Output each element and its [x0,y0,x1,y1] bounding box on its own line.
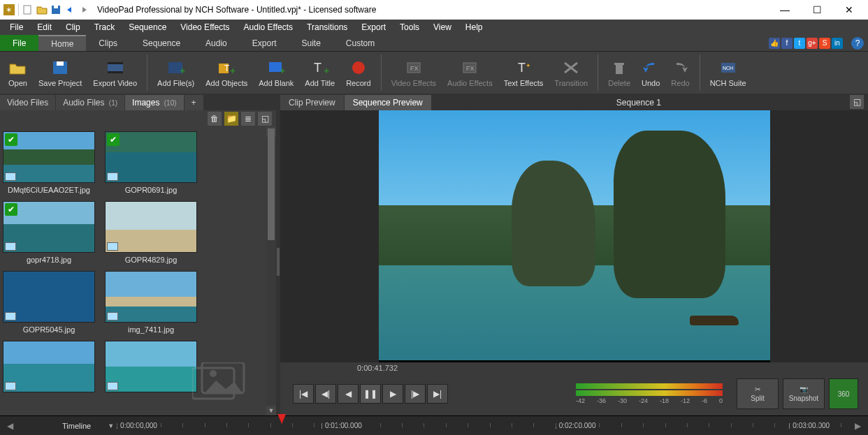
menu-item-edit[interactable]: Edit [30,20,59,35]
bin-folder-icon[interactable]: 📁 [224,112,238,126]
social-f-icon[interactable]: f [781,38,793,49]
add-objects-button[interactable]: T+Add Objects [200,53,253,92]
undo-button[interactable]: Undo [636,53,665,92]
prev-clip-button[interactable]: ◀| [315,384,336,404]
step-forward-button[interactable]: ▶ [382,384,403,404]
preview-detach-icon[interactable]: ◱ [850,95,864,109]
menu-item-view[interactable]: View [426,20,458,35]
qat-open-icon[interactable] [36,3,48,16]
window-maximize-button[interactable]: ☐ [801,0,833,20]
media-thumbnail[interactable]: ✔gopr4718.jpg [3,201,95,264]
add-blank-button[interactable]: +Add Blank [253,53,299,92]
goto-start-button[interactable]: |◀ [293,384,314,404]
media-thumbnail[interactable] [3,341,95,392]
svg-rect-6 [57,61,64,66]
preview-tab-sequence-preview[interactable]: Sequence Preview [345,95,432,110]
qat-new-icon[interactable] [22,3,34,16]
media-scrollbar[interactable]: ▲ ▼ [266,127,276,415]
menu-item-export[interactable]: Export [354,20,393,35]
next-clip-button[interactable]: |▶ [405,384,426,404]
menu-item-track[interactable]: Track [87,20,122,35]
window-close-button[interactable]: ✕ [833,0,865,20]
social-thumb-icon[interactable]: 👍 [769,38,780,49]
open-button[interactable]: Open [3,53,33,92]
playback-controls: |◀ ◀| ◀ ❚❚ ▶ |▶ ▶| -42-36-30-24-18-12-60… [280,372,868,415]
ribbon-button-label: Video Effects [391,79,436,87]
export-video-button[interactable]: Export Video [87,53,143,92]
menu-item-sequence[interactable]: Sequence [122,20,173,35]
menu-item-transitions[interactable]: Transitions [300,20,354,35]
bin-list-view-icon[interactable]: ≣ [241,112,255,126]
add-title-button[interactable]: T+Add Title [299,53,340,92]
scroll-thumb[interactable] [268,128,275,240]
social-su-icon[interactable]: S [819,38,830,49]
timeline-label: Timeline [20,422,105,430]
help-icon[interactable]: ? [851,37,864,50]
goto-end-button[interactable]: ▶| [427,384,448,404]
media-thumbnail[interactable] [105,341,197,392]
timeline-tick-label: 0:03:00.000 [789,416,830,435]
social-tw-icon[interactable]: t [794,38,805,49]
scroll-down-icon[interactable]: ▼ [266,406,276,415]
media-add-tab-button[interactable]: + [185,95,203,110]
timeline-scale[interactable]: 0:00:00,0000:01:00.0000:02:00.0000:03:00… [117,416,848,435]
qat-save-icon[interactable] [50,3,62,16]
menu-item-tools[interactable]: Tools [393,20,426,35]
ribbon-tab-sequence[interactable]: Sequence [130,35,193,51]
play-pause-button[interactable]: ❚❚ [360,384,381,404]
ribbon-tab-file[interactable]: File [0,35,38,51]
redo-button: Redo [665,53,695,92]
ribbon-tab-custom[interactable]: Custom [333,35,387,51]
preview-action-buttons: ✂Split 📷Snapshot 360 [737,378,858,409]
media-tab-images[interactable]: Images (10) [125,95,184,110]
ribbon-button-label: NCH Suite [710,79,746,87]
svg-text:T: T [518,61,526,75]
menu-item-audio-effects[interactable]: Audio Effects [237,20,301,35]
ribbon-tab-suite[interactable]: Suite [289,35,333,51]
media-thumbnail[interactable]: GOPR5045.jpg [3,271,95,334]
menu-item-video-effects[interactable]: Video Effects [173,20,236,35]
bin-delete-icon[interactable]: 🗑 [208,112,222,126]
ribbon-tab-clips[interactable]: Clips [86,35,130,51]
snapshot-button[interactable]: 📷Snapshot [783,378,825,409]
transition-icon [562,58,580,78]
svg-point-19 [352,61,365,74]
record-button[interactable]: Record [340,53,376,92]
ribbon-tab-audio[interactable]: Audio [193,35,240,51]
media-thumbnail[interactable]: ✔DMqt6CiUEAAO2ET.jpg [3,131,95,194]
media-thumbnail[interactable]: ✔GOPR0691.jpg [105,131,197,194]
media-thumbnail[interactable]: img_7411.jpg [105,271,197,334]
text-effects-button[interactable]: T✦Text Effects [498,53,549,92]
timeline-ruler[interactable]: ◀ Timeline ▼ 0:00:00,0000:01:00.0000:02:… [0,415,868,435]
timeline-playhead[interactable] [277,414,286,424]
step-back-button[interactable]: ◀ [338,384,359,404]
ribbon-tab-home[interactable]: Home [38,35,86,51]
social-g+-icon[interactable]: g+ [806,38,818,49]
menu-item-help[interactable]: Help [458,20,490,35]
360-button[interactable]: 360 [829,378,858,409]
add-files-button[interactable]: +Add File(s) [152,53,200,92]
menu-item-file[interactable]: File [3,20,30,35]
media-tab-video-files[interactable]: Video Files [0,95,56,110]
timeline-dropdown-icon[interactable]: ▼ [105,422,117,429]
social-in-icon[interactable]: in [832,38,843,49]
qat-redo-icon[interactable] [78,3,90,16]
preview-tab-clip-preview[interactable]: Clip Preview [280,95,345,110]
media-tab-audio-files[interactable]: Audio Files (1) [56,95,125,110]
add-files-icon: + [167,58,185,78]
qat-undo-icon[interactable] [64,3,76,16]
menu-item-clip[interactable]: Clip [59,20,87,35]
timeline-goto-end-icon[interactable]: ▶ [855,421,861,431]
window-minimize-button[interactable]: — [769,0,801,20]
timeline-goto-start-icon[interactable]: ◀ [7,421,13,431]
bin-detach-icon[interactable]: ◱ [258,112,272,126]
svg-text:+: + [180,65,185,75]
nch-suite-button[interactable]: NCHNCH Suite [704,53,752,92]
save-project-button[interactable]: Save Project [33,53,87,92]
vu-scale-label: -6 [702,397,707,404]
timeline-tick-label: 0:01:00.000 [321,416,362,435]
media-thumbnail[interactable]: GOPR4829.jpg [105,201,197,264]
split-button[interactable]: ✂Split [737,378,779,409]
delete-button: Delete [602,53,636,92]
ribbon-tab-export[interactable]: Export [240,35,289,51]
